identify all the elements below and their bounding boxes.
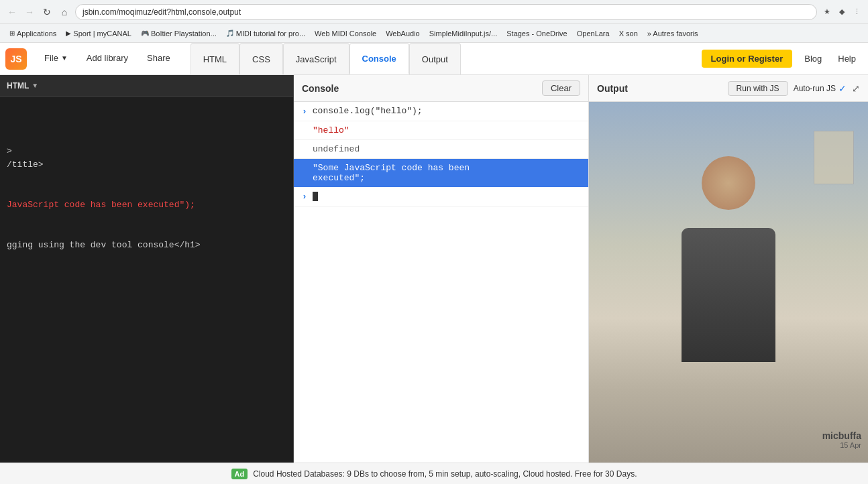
ad-bar: Ad Cloud Hosted Databases: 9 DBs to choo… bbox=[0, 463, 868, 484]
bookmark-midi-console[interactable]: Web MIDI Console bbox=[311, 28, 380, 39]
login-button[interactable]: Login or Register bbox=[702, 50, 793, 68]
share-menu[interactable]: Share bbox=[138, 43, 180, 74]
console-output-split: Console Clear › console.log("hello"); "h… bbox=[294, 75, 868, 463]
console-entry-input: › console.log("hello"); bbox=[294, 102, 588, 121]
editor-panel: HTML ▼ > /title> JavaScript code has bee… bbox=[0, 75, 294, 463]
code-line: > bbox=[7, 145, 286, 158]
bookmark-star-icon[interactable]: ★ bbox=[821, 6, 833, 18]
code-line-highlighted: JavaScript code has been executed"); bbox=[7, 198, 286, 212]
chevron-right-icon: › bbox=[302, 107, 307, 117]
console-input-text: console.log("hello"); bbox=[313, 106, 423, 116]
bookmark-webaudio[interactable]: WebAudio bbox=[382, 28, 424, 39]
bookmark-sport[interactable]: ▶ Sport | myCANAL bbox=[62, 28, 135, 39]
chevron-right-icon-input: › bbox=[302, 192, 307, 202]
ad-text: Cloud Hosted Databases: 9 DBs to choose … bbox=[253, 469, 637, 479]
watermark-username: micbuffa bbox=[822, 430, 861, 441]
code-line bbox=[7, 118, 286, 131]
back-button[interactable]: ← bbox=[5, 5, 19, 19]
tab-console[interactable]: Console bbox=[349, 43, 409, 74]
header-menu: File ▼ Add library Share bbox=[35, 43, 180, 74]
editor-header: HTML ▼ bbox=[0, 75, 293, 97]
video-person-head bbox=[702, 156, 755, 210]
bookmarks-bar: ⊞ Applications ▶ Sport | myCANAL 🎮 Boîti… bbox=[0, 24, 868, 43]
output-header: Output Run with JS Auto-run JS ✓ ⤢ bbox=[589, 75, 868, 102]
main-content: HTML ▼ > /title> JavaScript code has bee… bbox=[0, 75, 868, 463]
url-bar[interactable]: jsbin.com/moqimuz/edit?html,console,outp… bbox=[75, 4, 817, 20]
tab-output[interactable]: Output bbox=[409, 43, 461, 74]
browser-bar: ← → ↻ ⌂ jsbin.com/moqimuz/edit?html,cons… bbox=[0, 0, 868, 24]
bookmark-openlara[interactable]: OpenLara bbox=[573, 28, 614, 39]
console-header: Console Clear bbox=[294, 75, 588, 102]
ad-badge: Ad bbox=[231, 469, 248, 479]
tab-html[interactable]: HTML bbox=[191, 43, 239, 74]
code-line bbox=[7, 212, 286, 225]
editor-chevron-icon: ▼ bbox=[32, 82, 38, 89]
bookmark-stages[interactable]: Stages - OneDrive bbox=[502, 28, 571, 39]
menu-icon[interactable]: ⋮ bbox=[851, 6, 863, 18]
console-entry-string: "hello" bbox=[294, 121, 588, 140]
code-line: gging using the dev tool console</h1> bbox=[7, 239, 286, 252]
output-panel: Output Run with JS Auto-run JS ✓ ⤢ bbox=[589, 75, 868, 463]
expand-button[interactable]: ⤢ bbox=[852, 83, 860, 94]
help-link[interactable]: Help bbox=[834, 51, 860, 66]
home-button[interactable]: ⌂ bbox=[58, 5, 71, 19]
console-entry-highlighted: "Some JavaScript code has beenexecuted"; bbox=[294, 159, 588, 187]
console-entry-cursor[interactable]: › bbox=[294, 187, 588, 206]
editor-code[interactable]: > /title> JavaScript code has been execu… bbox=[0, 97, 293, 463]
add-library-menu[interactable]: Add library bbox=[77, 43, 138, 74]
video-bg-item bbox=[814, 131, 854, 184]
console-panel: Console Clear › console.log("hello"); "h… bbox=[294, 75, 589, 463]
play-icon: ▶ bbox=[66, 29, 71, 37]
video-content bbox=[589, 102, 868, 463]
bookmark-applications[interactable]: ⊞ Applications bbox=[5, 28, 60, 39]
editor-title: HTML ▼ bbox=[7, 81, 38, 90]
code-line bbox=[7, 185, 286, 198]
tab-javascript[interactable]: JavaScript bbox=[283, 43, 349, 74]
music-icon: 🎵 bbox=[226, 29, 234, 37]
header-tabs: HTML CSS JavaScript Console Output bbox=[191, 43, 461, 74]
output-actions: Run with JS Auto-run JS ✓ ⤢ bbox=[728, 81, 860, 96]
console-title: Console bbox=[302, 83, 339, 94]
extensions-icon[interactable]: ◆ bbox=[836, 6, 848, 18]
code-line bbox=[7, 172, 286, 185]
output-title: Output bbox=[597, 83, 628, 94]
autorun-label: Auto-run JS ✓ bbox=[794, 83, 847, 94]
file-chevron-icon: ▼ bbox=[61, 54, 68, 62]
clear-button[interactable]: Clear bbox=[542, 80, 580, 96]
logo-icon: JS bbox=[5, 48, 27, 70]
app-header: JS File ▼ Add library Share HTML CSS Jav… bbox=[0, 43, 868, 75]
blog-link[interactable]: Blog bbox=[800, 51, 826, 66]
logo-area: JS bbox=[5, 48, 35, 70]
apps-grid-icon: ⊞ bbox=[9, 29, 15, 37]
tab-css[interactable]: CSS bbox=[239, 43, 283, 74]
bookmark-simplemidi[interactable]: SimpleMidiInput.js/... bbox=[425, 28, 501, 39]
bookmark-xson[interactable]: X son bbox=[615, 28, 642, 39]
bookmark-midi-tutorial[interactable]: 🎵 MIDI tutorial for pro... bbox=[222, 28, 309, 39]
gamepad-icon: 🎮 bbox=[141, 29, 149, 37]
console-entry-undefined: undefined bbox=[294, 140, 588, 159]
video-watermark: micbuffa 15 Apr bbox=[822, 430, 861, 449]
right-panel: Console Clear › console.log("hello"); "h… bbox=[294, 75, 868, 463]
bookmark-playstation[interactable]: 🎮 Boîtier Playstation... bbox=[137, 28, 221, 39]
cursor-indicator bbox=[313, 192, 318, 201]
browser-icons: ★ ◆ ⋮ bbox=[821, 6, 863, 18]
code-line bbox=[7, 131, 286, 145]
run-button[interactable]: Run with JS bbox=[728, 81, 788, 96]
header-right: Login or Register Blog Help bbox=[702, 50, 868, 68]
watermark-date: 15 Apr bbox=[822, 441, 861, 449]
code-line bbox=[7, 105, 286, 118]
output-video: micbuffa 15 Apr bbox=[589, 102, 868, 463]
reload-button[interactable]: ↻ bbox=[40, 5, 54, 19]
bookmark-autres[interactable]: » Autres favoris bbox=[643, 28, 702, 39]
console-body: › console.log("hello"); "hello" undefine… bbox=[294, 102, 588, 463]
code-line bbox=[7, 225, 286, 239]
video-person-body bbox=[682, 228, 775, 362]
file-menu[interactable]: File ▼ bbox=[35, 43, 77, 74]
code-line: /title> bbox=[7, 158, 286, 172]
checkmark-icon: ✓ bbox=[838, 83, 847, 94]
forward-button[interactable]: → bbox=[23, 5, 36, 19]
